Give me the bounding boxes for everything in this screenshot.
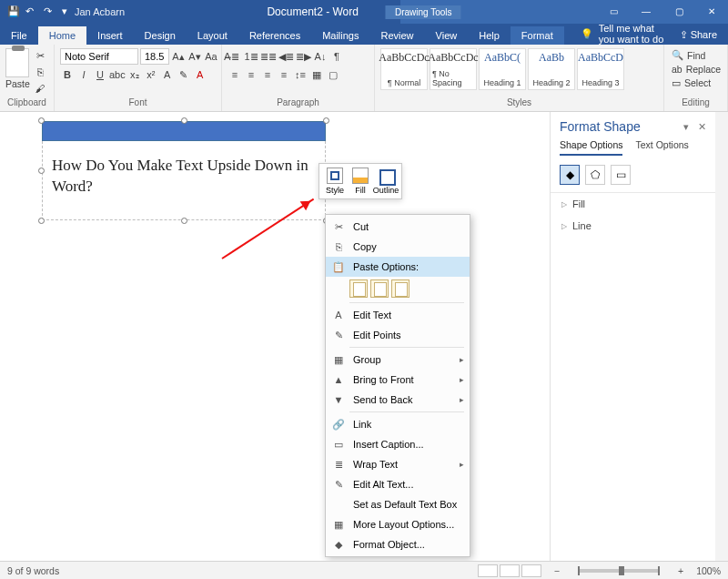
paste-text-only-icon[interactable] [391, 279, 410, 298]
resize-handle-tr[interactable] [323, 117, 329, 124]
subscript-button[interactable]: x₂ [127, 66, 142, 83]
ctx-edit-points[interactable]: ✎Edit Points [326, 325, 470, 345]
text-box-body[interactable]: How Do You Make Text Upside Down in Word… [42, 141, 326, 220]
numbering-icon[interactable]: 1≣ [244, 48, 258, 65]
align-right-icon[interactable]: ≡ [260, 66, 275, 83]
ctx-edit-text[interactable]: AEdit Text [326, 305, 470, 325]
zoom-out-icon[interactable]: − [554, 565, 560, 576]
ribbon-display-icon[interactable]: ▭ [597, 0, 630, 24]
resize-handle-bc[interactable] [181, 218, 187, 224]
find-button[interactable]: 🔍Find [670, 48, 722, 62]
ctx-group[interactable]: ▦Group [326, 350, 470, 370]
zoom-level[interactable]: 100% [696, 565, 721, 576]
style-normal[interactable]: AaBbCcDc¶ Normal [380, 48, 428, 90]
font-name-input[interactable] [60, 48, 138, 65]
mini-outline-button[interactable]: Outline [374, 168, 398, 195]
qat-more-icon[interactable]: ▾ [62, 5, 75, 18]
size-properties-icon[interactable]: ▭ [611, 165, 631, 185]
text-effects-icon[interactable]: A [160, 66, 175, 83]
word-count[interactable]: 9 of 9 words [7, 565, 59, 576]
ctx-bring-front[interactable]: ▲Bring to Front [326, 370, 470, 390]
style-no-spacing[interactable]: AaBbCcDc¶ No Spacing [430, 48, 477, 90]
ctx-insert-caption[interactable]: ▭Insert Caption... [326, 434, 470, 454]
resize-handle-tl[interactable] [38, 117, 45, 124]
redo-icon[interactable]: ↷ [44, 5, 56, 18]
vertical-scrollbar[interactable] [715, 112, 728, 561]
document-area[interactable]: How Do You Make Text Upside Down in Word… [0, 112, 550, 561]
tab-layout[interactable]: Layout [187, 26, 238, 45]
maximize-icon[interactable]: ▢ [662, 0, 695, 24]
ctx-default-textbox[interactable]: Set as Default Text Box [326, 494, 470, 514]
decrease-indent-icon[interactable]: ◀≣ [278, 48, 294, 65]
read-mode-icon[interactable] [478, 564, 498, 577]
text-box-header[interactable] [42, 121, 326, 141]
copy-icon[interactable]: ⎘ [34, 65, 48, 79]
pane-tab-text-options[interactable]: Text Options [635, 139, 688, 156]
grow-font-icon[interactable]: A▴ [171, 48, 186, 65]
style-gallery[interactable]: AaBbCcDc¶ Normal AaBbCcDc¶ No Spacing Aa… [380, 48, 658, 90]
mini-fill-button[interactable]: Fill [349, 168, 372, 195]
save-icon[interactable]: 💾 [7, 5, 20, 18]
replace-button[interactable]: abReplace [670, 63, 722, 76]
paste-keep-source-icon[interactable] [349, 279, 368, 298]
text-box[interactable]: How Do You Make Text Upside Down in Word… [42, 121, 326, 220]
tab-home[interactable]: Home [38, 26, 86, 45]
zoom-thumb[interactable] [619, 566, 624, 575]
tab-insert[interactable]: Insert [86, 26, 134, 45]
tab-references[interactable]: References [238, 26, 311, 45]
share-button[interactable]: ⇪ Share [669, 25, 728, 45]
effects-icon[interactable]: ⬠ [585, 165, 605, 185]
tab-help[interactable]: Help [468, 26, 511, 45]
pane-section-fill[interactable]: Fill [551, 193, 715, 215]
cut-icon[interactable]: ✂ [34, 48, 48, 63]
sort-icon[interactable]: A↓ [313, 48, 328, 65]
style-heading2[interactable]: AaBbHeading 2 [528, 48, 575, 90]
shrink-font-icon[interactable]: A▾ [187, 48, 202, 65]
align-left-icon[interactable]: ≡ [228, 66, 242, 83]
resize-handle-bl[interactable] [38, 218, 45, 224]
user-name[interactable]: Jan Acbarn [75, 6, 125, 17]
increase-indent-icon[interactable]: ≣▶ [296, 48, 311, 65]
ctx-send-back[interactable]: ▼Send to Back [326, 390, 470, 410]
ctx-copy[interactable]: ⎘Copy [326, 237, 470, 257]
web-layout-icon[interactable] [521, 564, 541, 577]
font-color-icon[interactable]: A [193, 66, 207, 83]
resize-handle-tc[interactable] [181, 117, 187, 124]
borders-icon[interactable]: ▢ [326, 66, 340, 83]
minimize-icon[interactable]: — [630, 0, 662, 24]
pane-tab-shape-options[interactable]: Shape Options [560, 139, 622, 156]
undo-icon[interactable]: ↶ [25, 5, 38, 18]
bullets-icon[interactable]: ≣ [228, 48, 242, 65]
ctx-paste-options[interactable]: 📋Paste Options: [326, 257, 470, 277]
tab-file[interactable]: File [0, 26, 38, 45]
style-heading1[interactable]: AaBbC(Heading 1 [479, 48, 526, 90]
tab-format[interactable]: Format [511, 26, 564, 45]
font-size-input[interactable] [140, 48, 169, 65]
zoom-in-icon[interactable]: + [678, 565, 683, 576]
paste-button[interactable]: Paste [5, 48, 30, 96]
tab-review[interactable]: Review [370, 26, 425, 45]
print-layout-icon[interactable] [500, 564, 520, 577]
tab-view[interactable]: View [425, 26, 469, 45]
ctx-link[interactable]: 🔗Link [326, 414, 470, 434]
show-marks-icon[interactable]: ¶ [329, 48, 344, 65]
ctx-edit-alt[interactable]: ✎Edit Alt Text... [326, 474, 470, 494]
pane-dropdown-icon[interactable]: ▾ [683, 121, 689, 133]
underline-button[interactable]: U [93, 66, 107, 83]
bold-button[interactable]: B [60, 66, 75, 83]
line-spacing-icon[interactable]: ↕≡ [293, 66, 308, 83]
fill-line-icon[interactable]: ◆ [560, 165, 580, 185]
ctx-more-layout[interactable]: ▦More Layout Options... [326, 514, 470, 534]
shading-icon[interactable]: ▦ [309, 66, 324, 83]
format-painter-icon[interactable]: 🖌 [34, 81, 48, 96]
ctx-format-object[interactable]: ◆Format Object... [326, 534, 470, 554]
mini-style-button[interactable]: Style [323, 168, 347, 195]
highlight-icon[interactable]: ✎ [177, 66, 191, 83]
paste-picture-icon[interactable] [370, 279, 389, 298]
tab-mailings[interactable]: Mailings [311, 26, 369, 45]
align-center-icon[interactable]: ≡ [244, 66, 258, 83]
strike-button[interactable]: abc [109, 66, 126, 83]
tab-design[interactable]: Design [134, 26, 187, 45]
pane-close-icon[interactable]: ✕ [698, 121, 706, 133]
justify-icon[interactable]: ≡ [277, 66, 291, 83]
